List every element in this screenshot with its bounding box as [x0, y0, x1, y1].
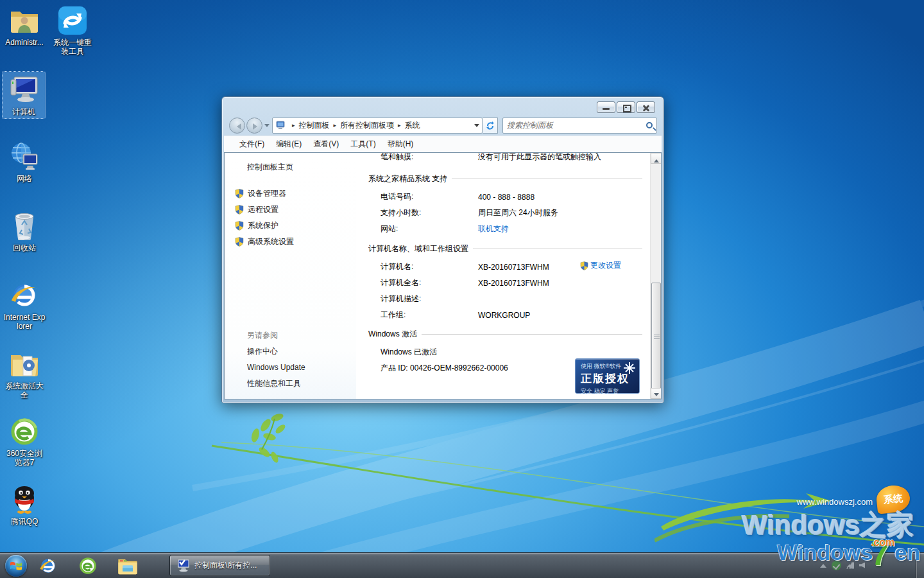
uac-shield-icon: [580, 261, 588, 270]
desktop-icon-label: 网络: [3, 174, 46, 183]
breadcrumb-all-items[interactable]: 所有控制面板项: [340, 120, 394, 131]
phone-label: 电话号码:: [381, 191, 478, 202]
address-bar[interactable]: ▸ 控制面板 ▸ 所有控制面板项 ▸ 系统: [272, 118, 483, 134]
workgroup-value: WORKGROUP: [478, 311, 650, 320]
sidebar-item-remote-settings[interactable]: 远程设置: [225, 202, 356, 218]
back-button[interactable]: [229, 118, 245, 134]
menu-tools[interactable]: 工具(T): [345, 136, 381, 152]
tray-action-center-icon[interactable]: [832, 561, 841, 570]
desktop-icon-label: Administr...: [3, 38, 46, 47]
description-row: 计算机描述:: [368, 291, 650, 307]
start-button[interactable]: [5, 555, 27, 577]
activation-section-title: Windows 激活: [368, 329, 417, 340]
sidebar-item-label: 设备管理器: [248, 188, 286, 199]
desktop-icon-label: Internet Explorer: [3, 313, 46, 331]
search-input[interactable]: [507, 121, 646, 130]
breadcrumb-system[interactable]: 系统: [405, 120, 420, 131]
vertical-scrollbar[interactable]: [650, 153, 661, 399]
menu-edit[interactable]: 编辑(E): [270, 136, 307, 152]
breadcrumb-control-panel[interactable]: 控制面板: [299, 120, 330, 131]
tray-chevron-up-icon[interactable]: [820, 561, 826, 568]
see-also-header: 另请参阅: [225, 328, 356, 344]
desktop-icon-internet-explorer[interactable]: Internet Explorer: [3, 280, 46, 331]
change-settings-link[interactable]: 更改设置: [580, 260, 621, 271]
address-dropdown-icon[interactable]: [474, 124, 479, 130]
desktop-icon-label: 360安全浏览器7: [3, 449, 46, 467]
taskbar-360-browser-button[interactable]: [77, 555, 99, 577]
sidebar-item-label: 系统保护: [248, 220, 278, 231]
tray-volume-icon[interactable]: [859, 563, 865, 568]
full-name-value: XB-20160713FWHM: [478, 279, 650, 288]
show-desktop-button[interactable]: [916, 552, 924, 578]
menu-view[interactable]: 查看(V): [307, 136, 345, 152]
computer-name-value: XB-20160713FWHM: [478, 263, 650, 272]
uac-shield-icon: [235, 205, 244, 215]
360-browser-icon: [78, 556, 98, 575]
search-box[interactable]: [502, 118, 657, 134]
menu-help[interactable]: 帮助(H): [382, 136, 420, 152]
online-support-link[interactable]: 联机支持: [478, 223, 650, 234]
pen-touch-row: 笔和触摸: 没有可用于此显示器的笔或触控输入: [368, 153, 650, 165]
learn-more-online-link[interactable]: 联机了解更多内容...: [573, 398, 641, 399]
description-label: 计算机描述:: [381, 293, 478, 304]
activation-section: Windows 激活 Windows 已激活 产品 ID: 00426-OEM-…: [368, 329, 650, 376]
computer-name-label: 计算机名:: [381, 261, 478, 272]
sidebar-item-performance-tools[interactable]: 性能信息和工具: [225, 376, 356, 392]
desktop-icon-activation-folder[interactable]: 系统激活大全: [3, 349, 46, 399]
desktop-icon-recycle-bin[interactable]: 回收站: [3, 211, 46, 252]
desktop-icon-network[interactable]: 网络: [3, 141, 46, 183]
computer-name-section: 计算机名称、域和工作组设置 更改设置: [368, 244, 650, 323]
scroll-up-icon[interactable]: [651, 153, 662, 164]
genuine-star-icon: [622, 361, 637, 375]
system-window-icon: [175, 559, 191, 573]
refresh-button[interactable]: [483, 118, 498, 134]
taskbar-task-control-panel[interactable]: 控制面板\所有控...: [169, 555, 270, 576]
workgroup-row: 工作组: WORKGROUP: [368, 307, 650, 323]
360-browser-icon: [9, 416, 40, 447]
minimize-button[interactable]: [597, 101, 615, 113]
taskbar-explorer-button[interactable]: [117, 555, 139, 577]
search-icon[interactable]: [646, 122, 653, 128]
tray-clock[interactable]: [870, 557, 915, 574]
breadcrumb-arrow-icon: ▸: [334, 122, 337, 128]
workgroup-label: 工作组:: [381, 310, 478, 320]
network-icon: [9, 141, 40, 172]
desktop-icon-qq[interactable]: 腾讯QQ: [3, 484, 46, 526]
close-button[interactable]: [637, 101, 655, 113]
desktop-icon-reinstall-tool[interactable]: 系统一键重装工具: [51, 5, 94, 56]
phone-value: 400 - 888 - 8888: [478, 193, 650, 202]
uac-shield-icon: [235, 189, 244, 198]
sidebar-item-advanced-settings[interactable]: 高级系统设置: [225, 234, 356, 250]
forward-button[interactable]: [246, 118, 262, 134]
phone-row: 电话号码: 400 - 888 - 8888: [368, 189, 650, 205]
scroll-down-icon[interactable]: [651, 388, 662, 399]
section-divider: [452, 179, 642, 179]
navigation-bar: ▸ 控制面板 ▸ 所有控制面板项 ▸ 系统: [222, 115, 663, 136]
sidebar-item-system-protection[interactable]: 系统保护: [225, 218, 356, 234]
section-divider: [422, 334, 642, 335]
taskbar-ie-button[interactable]: [37, 555, 59, 577]
maximize-button[interactable]: [617, 101, 635, 113]
support-hours-label: 支持小时数:: [381, 207, 478, 218]
recent-pages-icon[interactable]: [264, 124, 270, 130]
desktop-icon-administrator[interactable]: Administr...: [3, 5, 46, 47]
computer-icon: [8, 74, 39, 105]
sidebar-item-device-manager[interactable]: 设备管理器: [225, 186, 356, 202]
sidebar-item-windows-update[interactable]: Windows Update: [225, 360, 356, 376]
sidebar-item-action-center[interactable]: 操作中心: [225, 344, 356, 360]
desktop-icon-360-browser[interactable]: 360安全浏览器7: [3, 416, 46, 467]
genuine-software-badge[interactable]: 使用 微软®软件 正版授权 安全 稳定 声誉: [575, 358, 640, 394]
desktop-icon-label: 腾讯QQ: [3, 517, 46, 526]
windows-logo-icon: [10, 560, 22, 572]
desktop-icon-computer[interactable]: 计算机: [3, 72, 45, 118]
qq-icon: [9, 484, 40, 515]
uac-shield-icon: [235, 221, 244, 231]
scrollbar-thumb[interactable]: [651, 283, 661, 390]
pen-touch-label: 笔和触摸:: [381, 153, 478, 162]
menu-bar: 文件(F) 编辑(E) 查看(V) 工具(T) 帮助(H): [224, 136, 662, 152]
desktop: Administr... 系统一键重装工具 计算机: [0, 0, 924, 578]
sidebar-item-control-panel-home[interactable]: 控制面板主页: [225, 162, 356, 173]
menu-file[interactable]: 文件(F): [234, 136, 270, 152]
tray-network-icon[interactable]: [846, 562, 854, 569]
window-titlebar[interactable]: [222, 97, 663, 115]
